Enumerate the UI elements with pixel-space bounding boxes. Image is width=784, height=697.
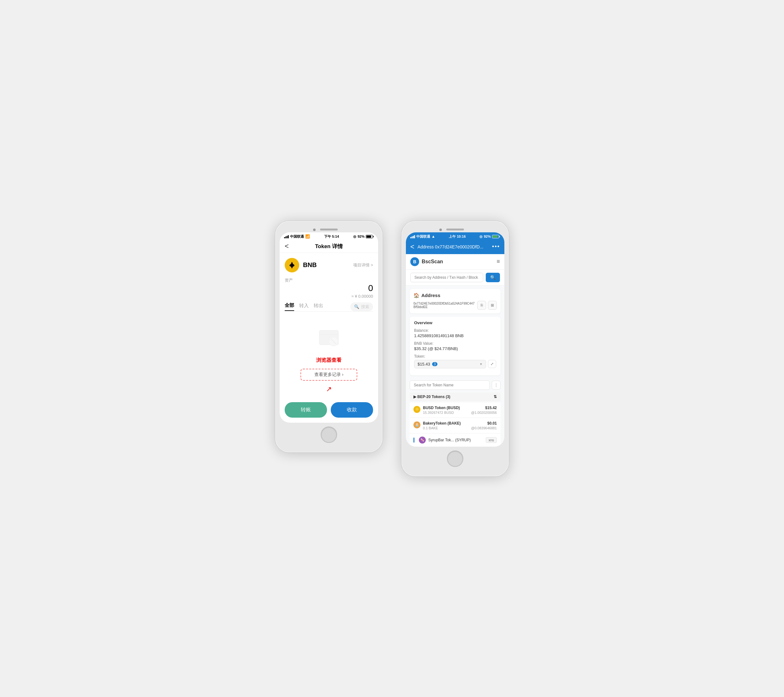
address-section: 🏠 Address 0x77d24E7e00020DfDb51a524A1F99… bbox=[410, 289, 501, 313]
tab-all[interactable]: 全部 bbox=[285, 302, 294, 311]
bscscan-search-input[interactable] bbox=[410, 273, 483, 282]
bake-icon: 🧁 bbox=[413, 422, 420, 428]
signal-bar-4 bbox=[288, 235, 289, 238]
phones-container: 中国联通 📶 下午 5:14 ◎ 92% < bbox=[275, 221, 509, 476]
speaker-1 bbox=[320, 229, 338, 231]
token-list-item-bake[interactable]: 🧁 BakeryToken (BAKE) 0.1 BAKE $0.01 @0.0… bbox=[410, 418, 501, 433]
busd-name: BUSD Token (BUSD) bbox=[423, 405, 460, 410]
bscscan-nav: < Address 0x77d24E7e00020DfD... ••• bbox=[410, 243, 500, 251]
copy-address-button[interactable]: ⎘ bbox=[477, 301, 486, 310]
phone-top-1 bbox=[280, 226, 378, 232]
location-icon-1: ◎ bbox=[353, 234, 356, 239]
status-bar-2: 中国联通 ▲ 上午 10:16 ◎ 92% bbox=[406, 232, 504, 240]
token-list-info-busd: BUSD Token (BUSD) 15.39267472 BUSD bbox=[423, 405, 460, 414]
status-time-2: 上午 10:16 bbox=[449, 234, 466, 239]
expand-button[interactable]: ⤢ bbox=[488, 360, 496, 368]
bscscan-nav-title: Address 0x77d24E7e00020DfD... bbox=[418, 244, 489, 249]
status-left-2: 中国联通 ▲ bbox=[410, 234, 435, 239]
busd-value: $15.42 bbox=[471, 405, 497, 410]
battery-fill-1 bbox=[366, 236, 371, 238]
hamburger-menu[interactable]: ≡ bbox=[496, 258, 500, 265]
carrier-1: 中国联通 bbox=[290, 234, 304, 239]
wifi-icon-2: ▲ bbox=[432, 234, 435, 239]
search-icon: 🔍 bbox=[354, 304, 359, 309]
receive-button[interactable]: 收款 bbox=[331, 402, 373, 418]
home-button-2[interactable] bbox=[447, 450, 463, 467]
tab-out[interactable]: 转出 bbox=[314, 303, 323, 311]
battery-fill-2 bbox=[492, 236, 497, 238]
signal-bar-24 bbox=[414, 235, 415, 238]
busd-amount: 15.39267472 BUSD bbox=[423, 411, 460, 414]
view-more-button[interactable]: 查看更多记录 › bbox=[300, 369, 357, 381]
signal-icon-1 bbox=[284, 234, 289, 238]
bscscan-search-button[interactable]: 🔍 bbox=[486, 273, 500, 282]
search-placeholder: 搜索 bbox=[361, 304, 369, 310]
battery-icon-2 bbox=[492, 235, 500, 238]
signal-bar-3 bbox=[287, 236, 288, 238]
back-button-1[interactable]: < bbox=[285, 242, 289, 250]
token-search-input[interactable] bbox=[410, 381, 490, 390]
token-value-text: $15.43 bbox=[418, 362, 430, 366]
address-section-title: 🏠 Address bbox=[413, 293, 497, 298]
bnb-value-label: BNB Value: bbox=[414, 341, 496, 346]
battery-body-2 bbox=[492, 235, 499, 238]
battery-tip-2 bbox=[499, 236, 500, 237]
signal-bar-1 bbox=[284, 237, 285, 238]
busd-icon: 🪙 bbox=[413, 406, 420, 413]
search-row: 🔍 bbox=[406, 270, 504, 286]
transfer-button[interactable]: 转账 bbox=[285, 402, 327, 418]
token-dropdown-row: $15.43 3 ▼ ⤢ bbox=[414, 360, 496, 368]
home-button-1[interactable] bbox=[321, 427, 337, 443]
bnb-value: $35.32 (@ $24.77/BNB) bbox=[414, 346, 496, 351]
balance-value: 1.4258891081491148 BNB bbox=[414, 333, 496, 338]
bscscan-more-button[interactable]: ••• bbox=[492, 243, 500, 250]
speaker-2 bbox=[446, 229, 464, 231]
carrier-2: 中国联通 bbox=[416, 234, 430, 239]
phone-screen-2: 中国联通 ▲ 上午 10:16 ◎ 92% bbox=[406, 232, 504, 447]
view-more-container: 查看更多记录 › bbox=[280, 365, 378, 384]
bscscan-back-button[interactable]: < bbox=[410, 243, 414, 251]
token-list-left-busd: 🪙 BUSD Token (BUSD) 15.39267472 BUSD bbox=[413, 405, 460, 414]
token-dropdown[interactable]: $15.43 3 ▼ bbox=[414, 360, 486, 368]
phone-2: 中国联通 ▲ 上午 10:16 ◎ 92% bbox=[402, 221, 509, 476]
token-list-item-busd[interactable]: 🪙 BUSD Token (BUSD) 15.39267472 BUSD $15… bbox=[410, 402, 501, 418]
tab-in[interactable]: 转入 bbox=[299, 303, 309, 311]
bep20-header: ▶ BEP-20 Tokens (3) ⇅ bbox=[410, 392, 501, 401]
arrow-annotation: ↗ bbox=[280, 384, 378, 395]
bake-value: $0.01 bbox=[471, 421, 497, 425]
bscscan-body: B BscScan ≡ 🔍 🏠 Address bbox=[406, 254, 504, 447]
phone-bottom-1 bbox=[280, 423, 378, 448]
status-right-1: ◎ 92% bbox=[353, 234, 374, 239]
wifi-icon-1: 📶 bbox=[305, 234, 310, 239]
bscscan-top-bar: B BscScan ≡ bbox=[406, 254, 504, 270]
syrup-icon: 🍬 bbox=[419, 437, 426, 443]
token-filter-button[interactable]: ⋮ bbox=[492, 381, 501, 389]
overview-title: Overview bbox=[414, 320, 496, 325]
asset-section: 资产 0 ≈ ¥ 0.00000 bbox=[280, 275, 378, 300]
asset-label: 资产 bbox=[285, 277, 373, 283]
status-left-1: 中国联通 📶 bbox=[284, 234, 310, 239]
page-title-1: Token 详情 bbox=[315, 243, 343, 250]
bake-name: BakeryToken (BAKE) bbox=[423, 421, 461, 425]
token-list-item-syrup[interactable]: 🍬 SyrupBar Tok... (SYRUP) xns bbox=[410, 433, 501, 447]
status-time-1: 下午 5:14 bbox=[324, 234, 339, 239]
qr-address-button[interactable]: ⊞ bbox=[488, 301, 497, 310]
syrup-name: SyrupBar Tok... (SYRUP) bbox=[428, 438, 471, 442]
project-link[interactable]: 项目详情 > bbox=[353, 262, 373, 268]
search-box[interactable]: 🔍 搜索 bbox=[350, 302, 373, 311]
phone-1: 中国联通 📶 下午 5:14 ◎ 92% < bbox=[275, 221, 382, 452]
empty-state bbox=[280, 311, 378, 356]
balance-label: Balance: bbox=[414, 328, 496, 333]
overview-card: Overview Balance: 1.4258891081491148 BNB… bbox=[410, 316, 501, 375]
token-list-right-busd: $15.42 @1.0020200056 bbox=[471, 405, 497, 414]
signal-icon-2 bbox=[410, 234, 415, 238]
battery-tip-1 bbox=[373, 236, 374, 237]
token-name: BNB bbox=[303, 261, 316, 269]
front-camera-1 bbox=[313, 229, 316, 231]
battery-icon-1 bbox=[366, 235, 374, 238]
bake-rate: @0.0839646881 bbox=[471, 426, 497, 430]
action-buttons: 转账 收款 bbox=[280, 397, 378, 423]
signal-bar-23 bbox=[413, 236, 414, 238]
bscscan-logo-text: BscScan bbox=[422, 259, 443, 265]
tab-bar: 全部 转入 转出 🔍 搜索 bbox=[280, 300, 378, 311]
